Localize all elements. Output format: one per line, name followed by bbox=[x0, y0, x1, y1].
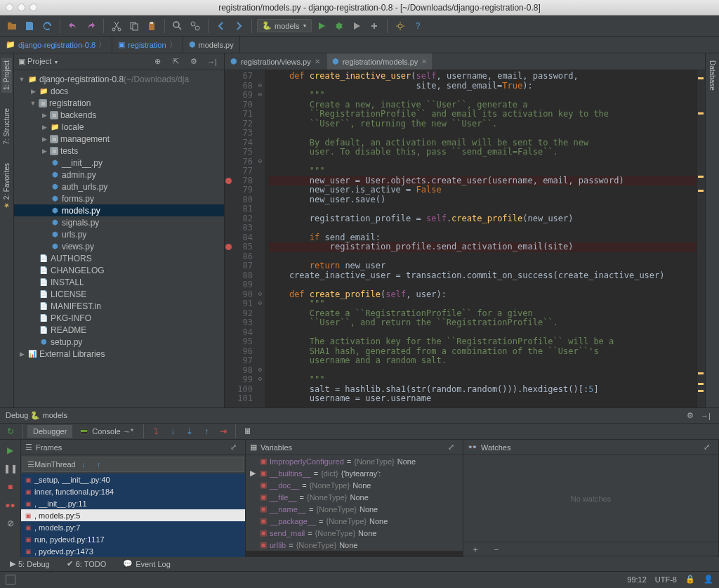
replace-button[interactable] bbox=[187, 18, 203, 34]
pause-button[interactable]: ❚❚ bbox=[3, 461, 18, 476]
view-breakpoints-button[interactable]: ●● bbox=[3, 497, 18, 513]
variable-row[interactable]: ▣ __doc__ = {NoneType} None bbox=[246, 479, 463, 491]
open-file-button[interactable] bbox=[4, 18, 20, 34]
gear-icon[interactable]: ⚙ bbox=[186, 54, 202, 70]
mute-breakpoints-button[interactable]: ⊘ bbox=[3, 516, 18, 531]
help-button[interactable]: ? bbox=[410, 18, 426, 34]
hector-icon[interactable]: 👤 bbox=[704, 575, 713, 584]
close-tab-icon[interactable]: ✕ bbox=[421, 58, 427, 65]
step-into-my-button[interactable]: ⇣ bbox=[182, 424, 197, 439]
structure-tool-tab[interactable]: 7: Structure bbox=[1, 105, 12, 148]
stack-frame[interactable]: ▣_setup, __init__.py:40 bbox=[21, 473, 245, 485]
tree-item[interactable]: ⬢admin.py bbox=[14, 169, 224, 181]
paste-button[interactable] bbox=[144, 18, 159, 34]
scroll-to-source-icon[interactable]: ⊕ bbox=[150, 54, 165, 70]
stack-frame[interactable]: ▣, pydevd.py:1473 bbox=[21, 545, 245, 557]
tree-item[interactable]: ▶▣management bbox=[14, 133, 224, 145]
editor-tab[interactable]: ⬢registration/views.py✕ bbox=[225, 53, 326, 70]
zoom-window-icon[interactable] bbox=[29, 4, 37, 11]
project-tree[interactable]: ▼📁django-registration-0.8 (~/Downloads/d… bbox=[14, 70, 224, 407]
restore-layout-icon[interactable]: ⤢ bbox=[225, 440, 241, 455]
debug-button[interactable] bbox=[331, 18, 347, 34]
remove-watch-button[interactable]: － bbox=[489, 542, 504, 558]
tree-item[interactable]: ⬢models.py bbox=[14, 204, 224, 216]
nav-back-button[interactable] bbox=[213, 18, 229, 34]
tree-item[interactable]: 📄INSTALL bbox=[14, 276, 224, 288]
nav-forward-button[interactable] bbox=[231, 18, 246, 34]
error-stripe[interactable] bbox=[697, 70, 705, 407]
stack-frame[interactable]: ▣, models.py:5 bbox=[21, 509, 245, 521]
restore-layout-icon[interactable]: ⤢ bbox=[699, 440, 714, 455]
line-gutter[interactable]: 6768697071727374757677787980818283848586… bbox=[225, 70, 256, 407]
tree-item[interactable]: ▶▣tests bbox=[14, 145, 224, 157]
breadcrumb-pkg[interactable]: ▣registration〉 bbox=[112, 37, 183, 53]
tree-item[interactable]: 📄PKG-INFO bbox=[14, 312, 224, 324]
variable-row[interactable]: ▣ __name__ = {NoneType} None bbox=[246, 503, 463, 515]
stack-frame[interactable]: ▣inner, functional.py:184 bbox=[21, 485, 245, 497]
step-into-button[interactable]: ↓ bbox=[165, 424, 180, 439]
tree-item[interactable]: 📄README bbox=[14, 324, 224, 336]
event-log-tool-tab[interactable]: 💬 Event Log bbox=[119, 558, 175, 570]
variables-list[interactable]: ▣ ImproperlyConfigured = {NoneType} None… bbox=[246, 455, 463, 557]
ide-status-icon[interactable] bbox=[6, 575, 15, 584]
fold-gutter[interactable]: ⊖⊖⊖⊖⊖⊖⊖ bbox=[256, 70, 265, 407]
project-tool-tab[interactable]: 1: Project bbox=[1, 58, 12, 93]
file-encoding[interactable]: UTF-8 bbox=[655, 575, 677, 584]
tree-item[interactable]: ⬢urls.py bbox=[14, 228, 224, 240]
tree-item[interactable]: ▶📁docs bbox=[14, 85, 224, 97]
variable-row[interactable]: ▣ urllib = {NoneType} None bbox=[246, 539, 463, 551]
redo-button[interactable] bbox=[83, 18, 98, 34]
close-tab-icon[interactable]: ✕ bbox=[315, 58, 320, 65]
tree-item[interactable]: 📄MANIFEST.in bbox=[14, 300, 224, 312]
debugger-tab[interactable]: Debugger bbox=[27, 425, 72, 438]
hide-panel-icon[interactable]: →| bbox=[204, 54, 220, 70]
favorites-tool-tab[interactable]: ★2: Favorites bbox=[1, 160, 12, 212]
console-tab[interactable]: 📟 Console →* bbox=[74, 425, 139, 438]
tree-item[interactable]: 📄AUTHORS bbox=[14, 252, 224, 264]
variable-row[interactable]: ▣ __file__ = {NoneType} None bbox=[246, 491, 463, 503]
close-window-icon[interactable] bbox=[6, 4, 13, 11]
variable-row[interactable]: ▶▣ __builtins__ = {dict} {'bytearray': bbox=[246, 467, 463, 479]
frames-list[interactable]: ▣_setup, __init__.py:40▣inner, functiona… bbox=[21, 473, 245, 557]
sync-button[interactable] bbox=[39, 18, 55, 34]
variable-row[interactable]: ▣ send_mail = {NoneType} None bbox=[246, 527, 463, 539]
tree-item[interactable]: ▼▣registration bbox=[14, 97, 224, 109]
collapse-all-icon[interactable]: ⇱ bbox=[168, 54, 183, 70]
tree-item[interactable]: ⬢__init__.py bbox=[14, 157, 224, 169]
tree-item[interactable]: 📄CHANGELOG bbox=[14, 264, 224, 276]
thread-select[interactable]: ☰ MainThread↓↑ bbox=[22, 457, 244, 472]
breadcrumb-root[interactable]: 📁django-registration-0.8〉 bbox=[0, 37, 112, 53]
tree-item[interactable]: ⬢signals.py bbox=[14, 216, 224, 228]
tree-item[interactable]: 📄LICENSE bbox=[14, 288, 224, 300]
tree-item[interactable]: ⬢auth_urls.py bbox=[14, 181, 224, 192]
tree-item[interactable]: ⬢views.py bbox=[14, 240, 224, 252]
stack-frame[interactable]: ▣, __init__.py:11 bbox=[21, 497, 245, 509]
run-config-select[interactable]: 🐍 models ▼ bbox=[257, 19, 312, 32]
step-over-button[interactable]: ⤵ bbox=[148, 424, 164, 439]
database-tool-tab[interactable]: Database bbox=[707, 58, 718, 93]
project-view-select[interactable]: ▣ Project ▼ bbox=[18, 57, 58, 66]
run-to-cursor-button[interactable]: ⇥ bbox=[216, 424, 231, 439]
editor-tab[interactable]: ⬢registration/models.py✕ bbox=[326, 53, 434, 70]
step-out-button[interactable]: ↑ bbox=[199, 424, 214, 439]
tree-item[interactable]: ▶▣backends bbox=[14, 109, 224, 121]
tree-item[interactable]: ⬢forms.py bbox=[14, 192, 224, 204]
readonly-icon[interactable]: 🔒 bbox=[685, 575, 695, 584]
stack-frame[interactable]: ▣, models.py:7 bbox=[21, 521, 245, 533]
evaluate-button[interactable]: 🖩 bbox=[240, 424, 256, 439]
resume-button[interactable]: ▶ bbox=[3, 443, 18, 458]
variable-row[interactable]: ▣ ImproperlyConfigured = {NoneType} None bbox=[246, 455, 463, 467]
debug-tool-tab[interactable]: ▶ 5: Debug bbox=[6, 558, 54, 570]
todo-tool-tab[interactable]: ✔ 6: TODO bbox=[62, 558, 111, 570]
settings-button[interactable] bbox=[393, 18, 408, 34]
undo-button[interactable] bbox=[65, 18, 81, 34]
stack-frame[interactable]: ▣run, pydevd.py:1117 bbox=[21, 533, 245, 545]
tree-item[interactable]: ▼📁django-registration-0.8 (~/Downloads/d… bbox=[14, 73, 224, 85]
run-button[interactable] bbox=[314, 18, 329, 34]
hide-debug-icon[interactable]: →| bbox=[698, 408, 713, 424]
gear-icon[interactable]: ⚙ bbox=[682, 408, 698, 424]
find-button[interactable] bbox=[170, 18, 185, 34]
tree-item[interactable]: ▶📁locale bbox=[14, 121, 224, 133]
tree-item[interactable]: ⬢setup.py bbox=[14, 336, 224, 348]
breadcrumb-file[interactable]: ⬢models.py bbox=[183, 37, 240, 53]
